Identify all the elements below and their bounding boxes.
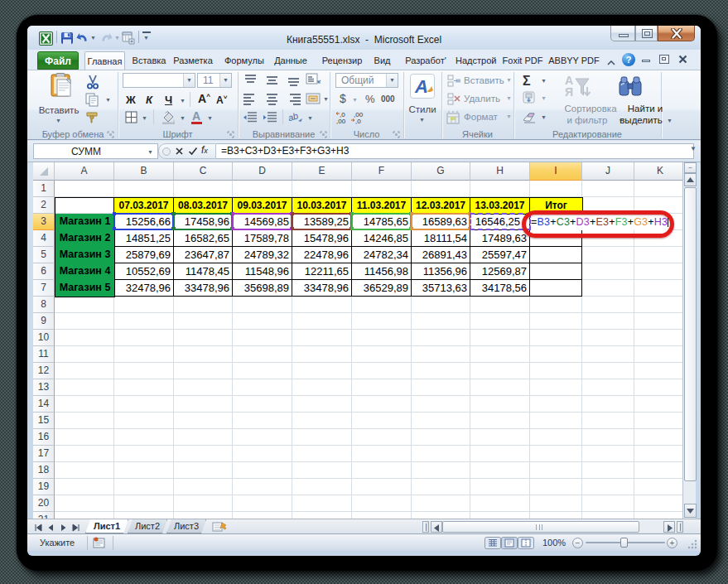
- svg-text:ab: ab: [288, 110, 300, 123]
- svg-text:,00: ,00: [336, 118, 346, 124]
- svg-text:Я: Я: [565, 85, 573, 99]
- svg-text:A: A: [414, 76, 428, 97]
- svg-text:,0: ,0: [355, 118, 361, 124]
